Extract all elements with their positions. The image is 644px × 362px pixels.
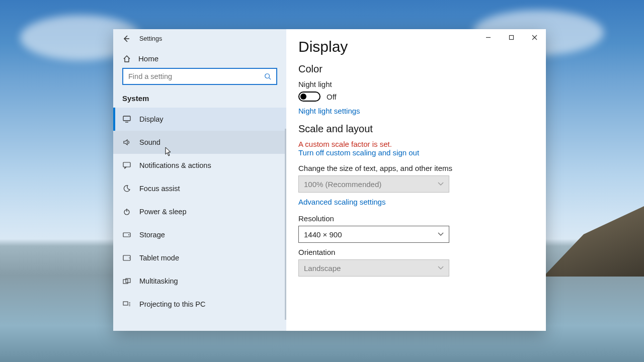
night-light-label: Night light	[298, 80, 546, 88]
svg-point-11	[129, 257, 130, 258]
search-box[interactable]	[122, 68, 277, 85]
chevron-down-icon	[438, 182, 444, 186]
search-container	[113, 68, 286, 91]
sidebar-item-label: Display	[139, 115, 164, 123]
multitask-icon	[122, 278, 131, 284]
resolution-dropdown[interactable]: 1440 × 900	[298, 226, 449, 243]
chevron-down-icon	[438, 232, 444, 236]
home-icon	[122, 55, 131, 63]
night-light-settings-link[interactable]: Night light settings	[298, 107, 546, 115]
sidebar-item-sound[interactable]: Sound	[113, 131, 286, 154]
sidebar-item-label: Tablet mode	[139, 254, 179, 262]
sidebar-item-multitasking[interactable]: Multitasking	[113, 269, 286, 293]
sidebar-item-label: Focus assist	[139, 185, 180, 193]
orientation-dropdown: Landscape	[298, 259, 449, 277]
change-size-label: Change the size of text, apps, and other…	[298, 164, 546, 172]
custom-scale-warning: A custom scale factor is set.	[298, 140, 546, 148]
svg-line-2	[269, 78, 271, 80]
sidebar-item-power-sleep[interactable]: Power & sleep	[113, 200, 286, 223]
svg-rect-14	[123, 302, 128, 305]
orientation-label: Orientation	[298, 248, 546, 256]
sidebar-home-label: Home	[138, 54, 158, 63]
scale-dropdown: 100% (Recommended)	[298, 175, 449, 193]
svg-point-9	[128, 234, 129, 235]
window-controls	[476, 29, 546, 45]
minimize-button[interactable]	[476, 29, 500, 45]
search-icon	[264, 73, 271, 80]
window-title: Settings	[139, 35, 162, 42]
sidebar-item-notifications[interactable]: Notifications & actions	[113, 154, 286, 177]
svg-rect-3	[123, 116, 130, 121]
chevron-down-icon	[438, 266, 444, 270]
resolution-dropdown-value: 1440 × 900	[304, 230, 342, 239]
sidebar-item-storage[interactable]: Storage	[113, 223, 286, 246]
moon-icon	[122, 185, 131, 192]
sidebar-item-label: Storage	[139, 231, 165, 239]
night-light-row: Off	[298, 92, 546, 102]
svg-rect-16	[509, 35, 513, 39]
sidebar-item-label: Notifications & actions	[139, 161, 211, 169]
maximize-button[interactable]	[500, 29, 523, 45]
sidebar-item-label: Power & sleep	[139, 208, 187, 216]
sidebar: Settings Home System Display	[113, 29, 286, 331]
sidebar-item-label: Multitasking	[139, 277, 178, 285]
night-light-state: Off	[327, 93, 337, 101]
resolution-label: Resolution	[298, 214, 546, 223]
titlebar: Settings	[113, 29, 286, 48]
sidebar-item-display[interactable]: Display	[113, 108, 286, 131]
sidebar-item-focus-assist[interactable]: Focus assist	[113, 177, 286, 200]
main-content: Display Color Night light Off Night ligh…	[286, 29, 546, 331]
scale-dropdown-value: 100% (Recommended)	[304, 180, 381, 189]
toggle-knob	[300, 94, 306, 100]
sidebar-item-label: Projecting to this PC	[139, 300, 205, 308]
sidebar-home[interactable]: Home	[113, 48, 286, 68]
sidebar-item-projecting[interactable]: Projecting to this PC	[113, 293, 286, 316]
close-button[interactable]	[523, 29, 546, 45]
power-icon	[122, 208, 131, 215]
orientation-dropdown-value: Landscape	[304, 264, 341, 273]
monitor-icon	[122, 116, 131, 123]
sidebar-section-label: System	[113, 91, 286, 108]
tablet-icon	[122, 255, 131, 261]
night-light-toggle[interactable]	[298, 92, 320, 102]
advanced-scaling-link[interactable]: Advanced scaling settings	[298, 198, 546, 206]
back-button[interactable]	[118, 31, 134, 47]
project-icon	[122, 301, 131, 307]
drive-icon	[122, 232, 131, 237]
turn-off-custom-scaling-link[interactable]: Turn off custom scaling and sign out	[298, 148, 546, 157]
sidebar-nav: Display Sound Notifications & actions Fo…	[113, 108, 286, 316]
section-scale: Scale and layout	[298, 123, 546, 135]
sidebar-item-label: Sound	[139, 138, 160, 146]
svg-point-1	[265, 74, 270, 78]
settings-window: Settings Home System Display	[113, 29, 546, 331]
message-icon	[122, 162, 131, 169]
speaker-icon	[122, 139, 131, 146]
section-color: Color	[298, 63, 546, 75]
svg-rect-5	[123, 162, 130, 167]
search-input[interactable]	[128, 72, 271, 80]
sidebar-item-tablet-mode[interactable]: Tablet mode	[113, 246, 286, 269]
